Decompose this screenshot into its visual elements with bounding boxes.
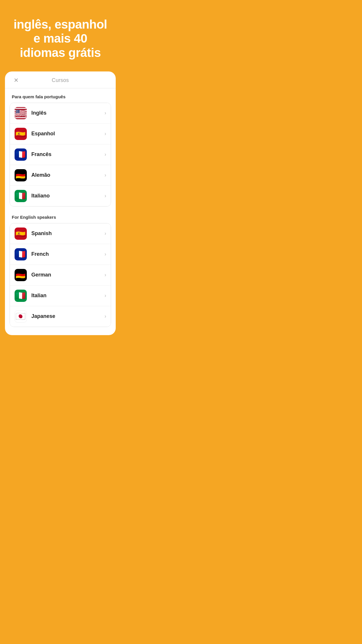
language-name-frances: Francês bbox=[31, 151, 105, 158]
list-item[interactable]: German › bbox=[10, 265, 111, 286]
flag-us-icon bbox=[15, 107, 27, 119]
language-name-french: French bbox=[31, 251, 105, 257]
flag-es-icon bbox=[15, 228, 27, 240]
chevron-right-icon: › bbox=[104, 193, 106, 199]
hero-section: inglês, espanhol e mais 40 idiomas gráti… bbox=[0, 0, 121, 71]
chevron-right-icon: › bbox=[104, 251, 106, 257]
card-title: Cursos bbox=[52, 77, 69, 83]
list-item[interactable]: Italian › bbox=[10, 286, 111, 306]
list-item[interactable]: Francês › bbox=[10, 144, 111, 165]
list-item[interactable]: Spanish › bbox=[10, 223, 111, 244]
pt-language-list: Inglês › Espanhol › Francês › Alemão › I bbox=[10, 103, 111, 206]
language-name-alemao: Alemão bbox=[31, 172, 105, 178]
list-item[interactable]: Inglês › bbox=[10, 103, 111, 124]
chevron-right-icon: › bbox=[104, 313, 106, 319]
language-name-espanhol: Espanhol bbox=[31, 131, 105, 137]
card-header: ✕ Cursos bbox=[5, 71, 116, 88]
list-item[interactable]: Alemão › bbox=[10, 165, 111, 186]
chevron-right-icon: › bbox=[104, 131, 106, 137]
flag-jp-icon bbox=[15, 310, 27, 323]
list-item[interactable]: Japanese › bbox=[10, 306, 111, 327]
chevron-right-icon: › bbox=[104, 272, 106, 278]
chevron-right-icon: › bbox=[104, 230, 106, 237]
language-name-italiano: Italiano bbox=[31, 193, 105, 199]
chevron-right-icon: › bbox=[104, 293, 106, 299]
flag-es-icon bbox=[15, 128, 27, 140]
flag-fr-icon bbox=[15, 248, 27, 260]
flag-de-icon bbox=[15, 269, 27, 281]
flag-de-icon bbox=[15, 169, 27, 181]
card: ✕ Cursos Para quem fala português Inglês… bbox=[5, 71, 116, 335]
close-icon: ✕ bbox=[14, 77, 19, 84]
flag-fr-icon bbox=[15, 148, 27, 161]
chevron-right-icon: › bbox=[104, 110, 106, 116]
list-item[interactable]: French › bbox=[10, 244, 111, 265]
language-name-japanese: Japanese bbox=[31, 313, 105, 319]
section1-label: Para quem fala português bbox=[5, 88, 116, 103]
language-name-italian: Italian bbox=[31, 293, 105, 299]
language-name-ingles: Inglês bbox=[31, 110, 105, 116]
list-item[interactable]: Espanhol › bbox=[10, 124, 111, 144]
language-name-german: German bbox=[31, 272, 105, 278]
section2-label: For English speakers bbox=[5, 209, 116, 223]
flag-it-icon bbox=[15, 290, 27, 302]
flag-it-icon bbox=[15, 190, 27, 202]
chevron-right-icon: › bbox=[104, 151, 106, 158]
en-language-list: Spanish › French › German › Italian › Ja bbox=[10, 223, 111, 327]
list-item[interactable]: Italiano › bbox=[10, 186, 111, 206]
hero-title: inglês, espanhol e mais 40 idiomas gráti… bbox=[12, 18, 109, 60]
language-name-spanish: Spanish bbox=[31, 230, 105, 237]
close-button[interactable]: ✕ bbox=[12, 76, 21, 85]
chevron-right-icon: › bbox=[104, 172, 106, 178]
